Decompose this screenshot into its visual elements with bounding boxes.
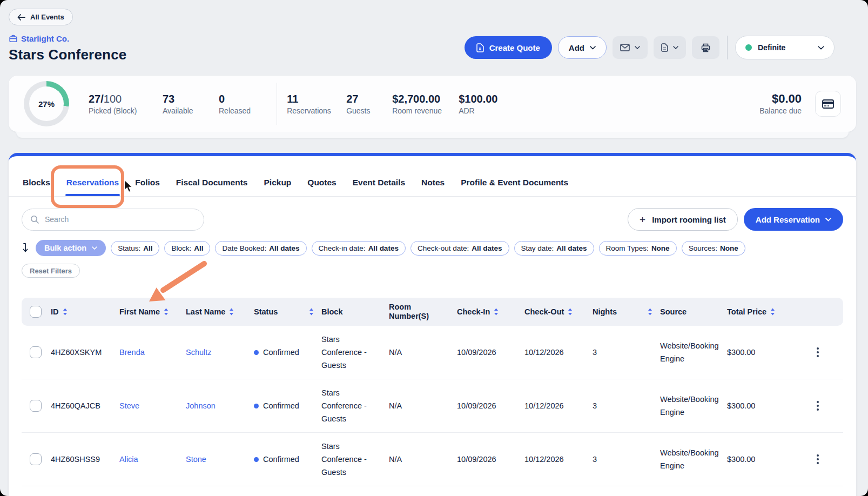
filter-chip-check-out-date[interactable]: Check-out date:All dates bbox=[411, 241, 509, 256]
first-name-link[interactable]: Steve bbox=[119, 401, 186, 410]
tab-event-details[interactable]: Event Details bbox=[352, 172, 406, 196]
briefcase-icon bbox=[9, 35, 17, 43]
select-all-checkbox[interactable] bbox=[30, 306, 42, 318]
chip-value: All bbox=[194, 244, 203, 252]
column-header-first-name[interactable]: First Name bbox=[119, 307, 186, 316]
sort-icon[interactable] bbox=[229, 308, 234, 316]
tab-folios[interactable]: Folios bbox=[134, 172, 161, 196]
row-checkbox[interactable] bbox=[30, 453, 42, 465]
tab-profile-event-documents[interactable]: Profile & Event Documents bbox=[460, 172, 569, 196]
envelope-icon bbox=[620, 44, 630, 51]
filter-chip-sources[interactable]: Sources:None bbox=[682, 241, 745, 256]
column-header-status[interactable]: Status bbox=[254, 307, 321, 316]
last-name-link[interactable]: Johnson bbox=[186, 401, 254, 410]
last-name-link[interactable]: Schultz bbox=[186, 348, 254, 357]
sort-icon[interactable] bbox=[309, 308, 314, 316]
create-quote-button[interactable]: Create Quote bbox=[465, 36, 552, 59]
status-dot-icon bbox=[254, 457, 259, 462]
column-header-check-out[interactable]: Check-Out bbox=[524, 307, 593, 316]
tab-quotes[interactable]: Quotes bbox=[306, 172, 337, 196]
column-label: Total Price bbox=[727, 307, 766, 316]
filter-chip-block[interactable]: Block:All bbox=[164, 241, 210, 256]
nights: 3 bbox=[593, 401, 660, 410]
column-header-source[interactable]: Source bbox=[660, 307, 727, 316]
company-row[interactable]: Starlight Co. bbox=[9, 34, 69, 43]
filter-chip-room-types[interactable]: Room Types:None bbox=[599, 241, 677, 256]
filter-chip-date-booked[interactable]: Date Booked:All dates bbox=[215, 241, 306, 256]
sort-icon[interactable] bbox=[568, 308, 573, 316]
row-menu-button[interactable] bbox=[813, 398, 822, 414]
row-menu-button[interactable] bbox=[813, 451, 822, 467]
add-reservation-button[interactable]: Add Reservation bbox=[744, 208, 843, 231]
nights: 3 bbox=[593, 455, 660, 464]
import-rooming-list-button[interactable]: + Import rooming list bbox=[628, 208, 738, 231]
column-header-total-price[interactable]: Total Price bbox=[727, 307, 792, 316]
email-dropdown-button[interactable] bbox=[613, 36, 648, 59]
tab-blocks[interactable]: Blocks bbox=[22, 172, 51, 196]
bulk-action-button[interactable]: Bulk action bbox=[36, 240, 106, 256]
row-checkbox[interactable] bbox=[30, 400, 42, 412]
header-actions: Create Quote Add bbox=[465, 36, 835, 59]
column-header-check-in[interactable]: Check-In bbox=[457, 307, 524, 316]
payments-button[interactable] bbox=[815, 91, 841, 117]
sort-order-icon[interactable] bbox=[22, 243, 29, 253]
reset-filters-button[interactable]: Reset Filters bbox=[22, 264, 80, 278]
nights: 3 bbox=[593, 348, 660, 357]
chip-label: Status: bbox=[118, 244, 140, 252]
check-in-date: 10/09/2026 bbox=[457, 401, 524, 410]
column-label: Block bbox=[321, 307, 343, 316]
column-header-last-name[interactable]: Last Name bbox=[186, 307, 254, 316]
first-name-link[interactable]: Alicia bbox=[119, 455, 186, 464]
row-checkbox[interactable] bbox=[30, 346, 42, 358]
column-label: Check-Out bbox=[524, 307, 564, 316]
column-header-id[interactable]: ID bbox=[51, 307, 119, 316]
app-window: All Events Starlight Co. Stars Conferenc… bbox=[0, 0, 868, 496]
reservations-label: Reservations bbox=[287, 106, 346, 115]
sort-icon[interactable] bbox=[648, 308, 652, 316]
sort-icon[interactable] bbox=[164, 308, 169, 316]
row-menu-button[interactable] bbox=[813, 344, 822, 360]
event-status-label: Definite bbox=[758, 43, 785, 52]
tab-pickup[interactable]: Pickup bbox=[263, 172, 293, 196]
back-all-events-button[interactable]: All Events bbox=[9, 9, 73, 25]
first-name-link[interactable]: Brenda bbox=[119, 348, 186, 357]
last-name-link[interactable]: Stone bbox=[186, 455, 254, 464]
table-row[interactable]: 4HZ60SHSS9 Alicia Stone Confirmed Stars … bbox=[22, 433, 843, 486]
guests-value: 27 bbox=[346, 93, 392, 105]
import-rooming-list-label: Import rooming list bbox=[652, 215, 726, 224]
column-header-room-number[interactable]: Room Number(S) bbox=[389, 303, 457, 321]
search-input[interactable] bbox=[22, 209, 204, 231]
chip-label: Check-out date: bbox=[418, 244, 469, 252]
table-row[interactable]: 4HZ60QAJCB Steve Johnson Confirmed Stars… bbox=[22, 379, 843, 433]
table-row[interactable]: 4HZ60XSKYM Brenda Schultz Confirmed Star… bbox=[22, 326, 843, 379]
chip-label: Stay date: bbox=[521, 244, 554, 252]
status-label: Confirmed bbox=[263, 401, 299, 410]
add-button[interactable]: Add bbox=[558, 36, 607, 59]
company-name: Starlight Co. bbox=[21, 34, 69, 43]
filter-chip-status[interactable]: Status:All bbox=[111, 241, 159, 256]
document-icon bbox=[476, 43, 484, 52]
tab-fiscal-documents[interactable]: Fiscal Documents bbox=[175, 172, 249, 196]
column-header-block[interactable]: Block bbox=[321, 307, 389, 316]
tab-notes[interactable]: Notes bbox=[420, 172, 446, 196]
print-button[interactable] bbox=[692, 36, 719, 59]
released-label: Released bbox=[219, 106, 251, 115]
chip-label: Room Types: bbox=[606, 244, 649, 252]
sort-icon[interactable] bbox=[63, 308, 68, 316]
stat-released: 0 Released bbox=[219, 93, 251, 115]
column-label: Status bbox=[254, 307, 278, 316]
document-dropdown-button[interactable] bbox=[654, 36, 686, 59]
filter-chip-stay-date[interactable]: Stay date:All dates bbox=[514, 241, 594, 256]
sort-icon[interactable] bbox=[770, 308, 775, 316]
sort-icon[interactable] bbox=[494, 308, 499, 316]
column-header-nights[interactable]: Nights bbox=[593, 307, 660, 316]
tab-reservations[interactable]: Reservations bbox=[65, 172, 120, 196]
tab-bar: Blocks Reservations Folios Fiscal Docume… bbox=[9, 172, 856, 197]
card-stack-decoration bbox=[16, 132, 849, 138]
available-value: 73 bbox=[163, 93, 199, 105]
filter-chip-check-in-date[interactable]: Check-in date:All dates bbox=[312, 241, 406, 256]
reservation-id: 4HZ60QAJCB bbox=[51, 401, 119, 410]
total-price: $300.00 bbox=[727, 401, 792, 410]
event-status-dropdown[interactable]: Definite bbox=[735, 36, 835, 59]
chevron-down-icon bbox=[590, 46, 596, 50]
